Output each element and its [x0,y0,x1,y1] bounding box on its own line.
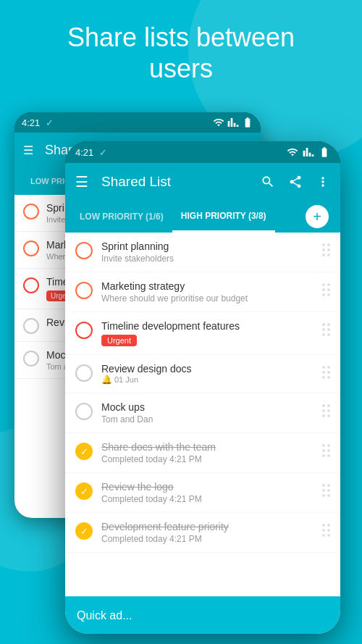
list-item: Sprint planning Invite stakeholders [65,233,340,272]
item-subtitle: Invite stakeholders [101,254,313,264]
back-status-bar: 4:21 ✓ [14,112,261,133]
item-subtitle: Tom and Dan [101,414,313,425]
item-circle [23,241,39,256]
drag-handle [322,366,330,379]
item-circle-logo[interactable] [75,482,93,500]
list-item: Share docs with the team Completed today… [65,433,340,473]
item-title: Review the logo [101,481,313,493]
list-item: Review the logo Completed today 4:21 PM [65,473,340,513]
item-text: Sprint planning Invite stakeholders [101,241,313,264]
drag-handle [322,524,330,537]
item-circle [23,204,39,219]
item-title: Development feature priority [101,521,313,532]
search-icon[interactable] [261,175,275,189]
item-circle-dev[interactable] [75,522,93,540]
item-subtitle: Completed today 4:21 PM [101,454,313,464]
tab-low-priority[interactable]: LOW PRIORITY (1/6) [71,201,172,233]
front-status-icons [287,146,330,158]
front-toolbar-icons [261,175,330,189]
tab-high-priority[interactable]: HIGH PRIORITY (3/8) [172,201,275,233]
item-circle-mockups[interactable] [75,403,93,420]
item-circle-sprint[interactable] [75,242,93,259]
more-icon[interactable] [316,175,330,189]
item-title: Marketing strategy [101,280,313,292]
item-title: Sprint planning [101,241,313,252]
list-item: Timeline development features Urgent [65,312,340,355]
quick-add-bar[interactable]: Quick ad... [65,596,340,634]
front-list: Sprint planning Invite stakeholders Mark… [65,233,340,634]
item-subtitle: Completed today 4:21 PM [101,494,313,504]
back-status-icons [213,117,253,128]
front-toolbar-title: Shared List [101,174,251,190]
list-item: Review design docs 🔔 01 Jun [65,355,340,393]
item-text: Share docs with the team Completed today… [101,441,313,464]
item-text: Review design docs 🔔 01 Jun [101,363,313,385]
item-text: Marketing strategy Where should we prior… [101,280,313,304]
item-circle-marketing[interactable] [75,282,93,299]
bell-icon: 🔔 [101,375,112,385]
front-check: ✓ [99,147,107,158]
item-title: Share docs with the team [101,441,313,453]
drag-handle [322,283,330,296]
item-circle-review[interactable] [75,364,93,382]
item-text: Development feature priority Completed t… [101,521,313,544]
urgent-badge: Urgent [101,335,137,346]
back-time: 4:21 [22,117,40,128]
front-time: 4:21 [75,147,93,158]
list-item: Mock ups Tom and Dan [65,393,340,433]
back-menu-icon: ☰ [23,143,33,157]
item-text: Timeline development features Urgent [101,320,313,346]
share-icon[interactable] [288,175,303,189]
front-toolbar: ☰ Shared List [65,163,340,201]
item-title: Mock ups [101,401,313,413]
menu-icon[interactable]: ☰ [75,173,88,191]
item-subtitle: Completed today 4:21 PM [101,534,313,544]
list-item: Development feature priority Completed t… [65,513,340,553]
front-status-bar: 4:21 ✓ [65,141,340,163]
drag-handle [322,243,330,256]
item-circle [23,318,39,334]
drag-handle [322,323,330,336]
phone-front: 4:21 ✓ ☰ Shared List LOW PRIORITY (1/6) … [65,141,340,634]
headline-line2: users [149,54,213,83]
item-subtitle: Where should we prioritise our budget [101,293,313,304]
drag-handle [322,404,330,417]
reminder-text: 01 Jun [114,375,138,384]
headline-line1: Share lists between [67,22,295,52]
item-title: Review design docs [101,363,313,375]
item-circle [23,277,39,293]
drag-handle [322,444,330,457]
item-text: Mock ups Tom and Dan [101,401,313,425]
back-check: ✓ [46,117,54,128]
list-item: Marketing strategy Where should we prior… [65,272,340,312]
item-text: Review the logo Completed today 4:21 PM [101,481,313,504]
add-tab-button[interactable]: + [306,205,329,228]
item-title: Timeline development features [101,320,313,332]
item-circle-share[interactable] [75,443,93,460]
reminder-date: 🔔 01 Jun [101,375,313,385]
drag-handle [322,484,330,497]
item-circle [23,351,39,367]
item-circle-timeline[interactable] [75,322,93,339]
front-tab-bar: LOW PRIORITY (1/6) HIGH PRIORITY (3/8) + [65,201,340,233]
headline: Share lists between users [0,22,362,84]
quick-add-label: Quick ad... [77,609,132,622]
